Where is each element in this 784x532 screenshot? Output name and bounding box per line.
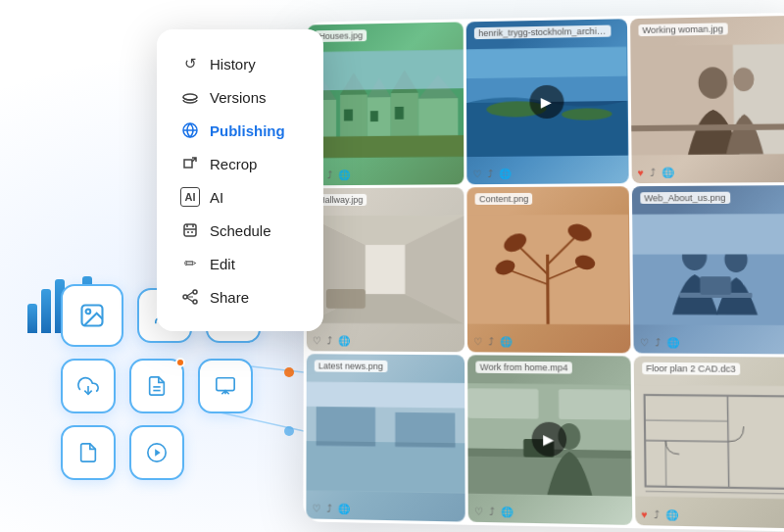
share-icon[interactable]: ⤴ <box>490 507 495 517</box>
svg-rect-32 <box>370 111 378 121</box>
svg-rect-79 <box>395 442 455 447</box>
publishing-label: Publishing <box>210 122 285 139</box>
ai-icon: AI <box>180 187 200 207</box>
menu-item-schedule[interactable]: Schedule <box>176 214 296 247</box>
menu-item-ai[interactable]: AI AI <box>176 180 296 214</box>
svg-rect-14 <box>217 378 234 391</box>
versions-icon <box>180 87 200 107</box>
svg-rect-29 <box>344 109 353 121</box>
svg-point-8 <box>86 310 91 314</box>
presentation-bubble[interactable] <box>198 359 253 413</box>
web-icon[interactable]: 🌐 <box>500 336 512 347</box>
heart-icon[interactable]: ♡ <box>473 169 482 179</box>
share-icon[interactable]: ⤴ <box>327 335 332 346</box>
web-icon[interactable]: 🌐 <box>338 169 350 180</box>
svg-rect-38 <box>307 135 464 158</box>
cell-archipelago-actions: ♡ ⤴ 🌐 <box>473 169 512 179</box>
bar-2 <box>41 289 51 333</box>
svg-rect-45 <box>466 47 627 79</box>
wfh-play-btn[interactable]: ▶ <box>532 422 567 458</box>
heart-icon[interactable]: ♡ <box>474 336 483 347</box>
svg-rect-72 <box>700 276 731 295</box>
svg-rect-2 <box>184 160 192 168</box>
media-cell-hallway[interactable]: Hallway.jpg ♡ ⤴ 🌐 <box>307 187 466 352</box>
heart-icon[interactable]: ♡ <box>313 335 321 346</box>
doc-bubble[interactable] <box>129 359 184 413</box>
web-icon[interactable]: 🌐 <box>662 167 674 177</box>
schedule-label: Schedule <box>210 222 271 239</box>
web-icon[interactable]: 🌐 <box>666 337 679 348</box>
web-icon[interactable]: 🌐 <box>665 509 678 521</box>
pdf-bubble[interactable] <box>61 425 116 480</box>
share-icon[interactable]: ⤴ <box>489 336 494 347</box>
svg-line-59 <box>548 255 549 324</box>
menu-item-edit[interactable]: ✏ Edit <box>176 247 296 280</box>
cell-about-label: Web_About_us.png <box>640 192 730 205</box>
doc-dot <box>175 358 185 367</box>
share-icon[interactable]: ⤴ <box>327 503 332 513</box>
edit-icon: ✏ <box>180 254 200 273</box>
image-bubble[interactable] <box>61 284 123 347</box>
cell-content-actions: ♡ ⤴ 🌐 <box>474 336 513 347</box>
web-icon[interactable]: 🌐 <box>501 507 514 518</box>
edit-label: Edit <box>210 256 235 272</box>
share-icon[interactable]: ⤴ <box>327 169 332 180</box>
share-label: Share <box>210 289 249 306</box>
heart-icon[interactable]: ♡ <box>474 506 483 517</box>
menu-item-versions[interactable]: Versions <box>176 80 296 114</box>
media-cell-content[interactable]: Content.png ♡ ⤴ 🌐 <box>467 186 630 353</box>
media-cell-news[interactable]: Latest news.png ♡ ⤴ 🌐 <box>306 354 466 521</box>
cell-wfh-actions: ♡ ⤴ 🌐 <box>474 506 513 517</box>
share-icon[interactable]: ⤴ <box>654 509 659 521</box>
media-cell-wfh[interactable]: ▶ Work from home.mp4 ♡ ⤴ 🌐 <box>467 355 632 525</box>
media-card: Houses.jpg ♡ ⤴ 🌐 ▶ henrik_trygg-stockh <box>303 13 784 532</box>
recrop-label: Recrop <box>210 156 257 172</box>
cell-wfh-label: Work from home.mp4 <box>476 362 572 374</box>
menu-item-history[interactable]: ↺ History <box>176 47 296 80</box>
svg-rect-73 <box>632 214 784 254</box>
web-icon[interactable]: 🌐 <box>338 504 350 514</box>
history-label: History <box>210 56 256 73</box>
svg-line-94 <box>665 441 666 487</box>
svg-rect-57 <box>326 289 366 309</box>
share-icon[interactable]: ⤴ <box>650 168 655 178</box>
media-cell-houses[interactable]: Houses.jpg ♡ ⤴ 🌐 <box>307 22 464 185</box>
menu-item-recrop[interactable]: Recrop <box>176 147 296 180</box>
svg-rect-35 <box>395 107 404 120</box>
play-bubble[interactable] <box>129 425 184 480</box>
share-icon[interactable]: ⤴ <box>655 337 660 348</box>
media-cell-woman[interactable]: Working woman.jpg ♥ ⤴ 🌐 <box>630 16 784 183</box>
svg-point-5 <box>193 300 197 304</box>
svg-marker-16 <box>155 449 161 456</box>
cell-woman-label: Working woman.jpg <box>638 23 727 36</box>
bar-1 <box>27 304 37 333</box>
web-icon[interactable]: 🌐 <box>338 335 350 346</box>
heart-icon[interactable]: ♡ <box>312 503 320 513</box>
heart-icon[interactable]: ♥ <box>638 168 644 178</box>
publishing-icon <box>180 121 200 140</box>
cell-floorplan-label: Floor plan 2 CAD.dc3 <box>642 363 740 375</box>
media-cell-about[interactable]: Web_About_us.png ♡ ⤴ 🌐 <box>631 185 784 354</box>
menu-item-publishing[interactable]: Publishing <box>176 114 296 147</box>
history-icon: ↺ <box>180 54 200 73</box>
svg-point-6 <box>183 295 187 299</box>
heart-icon[interactable]: ♥ <box>641 508 647 520</box>
share-icon[interactable]: ⤴ <box>488 169 493 179</box>
heart-icon[interactable]: ♡ <box>639 337 649 348</box>
svg-rect-75 <box>306 441 465 493</box>
media-grid: Houses.jpg ♡ ⤴ 🌐 ▶ henrik_trygg-stockh <box>303 13 784 532</box>
cell-content-label: Content.png <box>475 193 533 205</box>
menu-item-share[interactable]: Share <box>176 280 296 314</box>
cell-news-actions: ♡ ⤴ 🌐 <box>312 503 349 514</box>
cell-woman-actions: ♥ ⤴ 🌐 <box>638 167 674 177</box>
cell-news-label: Latest news.png <box>315 360 387 372</box>
svg-rect-78 <box>317 441 375 446</box>
media-cell-archipelago[interactable]: ▶ henrik_trygg-stockholm_archipelago-783… <box>466 19 628 184</box>
web-icon[interactable]: 🌐 <box>499 169 511 179</box>
download-bubble[interactable] <box>61 359 116 413</box>
cell-about-actions: ♡ ⤴ 🌐 <box>639 337 678 349</box>
media-cell-floorplan[interactable]: Floor plan 2 CAD.dc3 ♥ ⤴ 🌐 <box>633 356 784 528</box>
svg-rect-84 <box>468 388 539 418</box>
context-menu: ↺ History Versions Publishing R <box>157 29 323 331</box>
svg-rect-54 <box>366 245 405 294</box>
